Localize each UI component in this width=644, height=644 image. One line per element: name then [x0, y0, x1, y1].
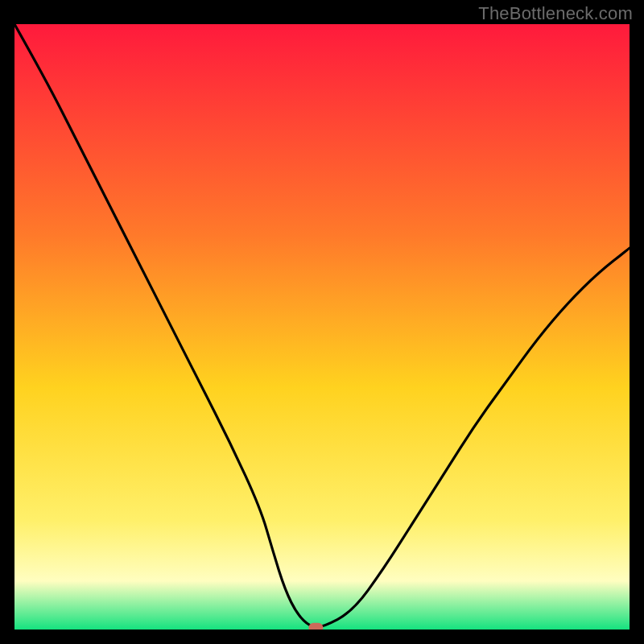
optimal-point-marker [308, 623, 323, 630]
bottleneck-chart [14, 24, 630, 630]
watermark-text: TheBottleneck.com [478, 3, 633, 24]
chart-area [14, 24, 630, 630]
chart-background [14, 24, 630, 630]
